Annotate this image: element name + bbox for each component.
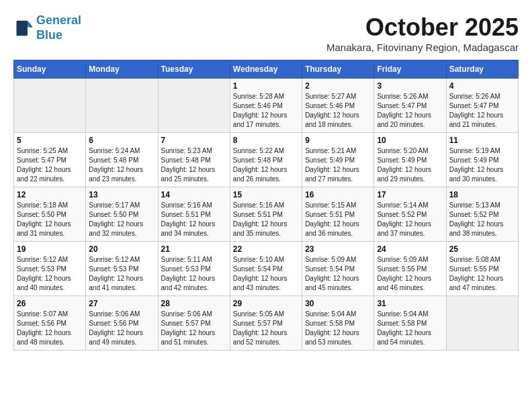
- day-info: Sunrise: 5:15 AM Sunset: 5:51 PM Dayligh…: [305, 201, 371, 238]
- day-number: 6: [89, 136, 154, 145]
- page-header: General Blue October 2025 Manakara, Fito…: [13, 13, 519, 53]
- day-info: Sunrise: 5:27 AM Sunset: 5:46 PM Dayligh…: [305, 92, 371, 130]
- day-info: Sunrise: 5:04 AM Sunset: 5:58 PM Dayligh…: [377, 310, 443, 347]
- calendar-cell: 4Sunrise: 5:26 AM Sunset: 5:47 PM Daylig…: [446, 79, 518, 133]
- calendar-cell: 29Sunrise: 5:05 AM Sunset: 5:57 PM Dayli…: [230, 296, 302, 351]
- calendar-cell: 11Sunrise: 5:19 AM Sunset: 5:49 PM Dayli…: [446, 133, 518, 187]
- calendar-cell: 8Sunrise: 5:22 AM Sunset: 5:48 PM Daylig…: [230, 133, 302, 187]
- calendar-cell: 19Sunrise: 5:12 AM Sunset: 5:53 PM Dayli…: [14, 242, 86, 296]
- calendar-cell: [158, 79, 230, 133]
- location: Manakara, Fitovinany Region, Madagascar: [326, 42, 519, 53]
- day-info: Sunrise: 5:26 AM Sunset: 5:47 PM Dayligh…: [449, 92, 515, 130]
- calendar-cell: 16Sunrise: 5:15 AM Sunset: 5:51 PM Dayli…: [302, 187, 374, 242]
- day-info: Sunrise: 5:21 AM Sunset: 5:49 PM Dayligh…: [305, 146, 371, 184]
- day-number: 12: [17, 190, 83, 199]
- calendar-cell: 21Sunrise: 5:11 AM Sunset: 5:53 PM Dayli…: [158, 242, 230, 296]
- day-info: Sunrise: 5:07 AM Sunset: 5:56 PM Dayligh…: [17, 310, 83, 347]
- logo-line1: General: [36, 13, 81, 27]
- calendar-cell: 15Sunrise: 5:16 AM Sunset: 5:51 PM Dayli…: [230, 187, 302, 242]
- day-info: Sunrise: 5:09 AM Sunset: 5:55 PM Dayligh…: [377, 255, 443, 293]
- day-number: 21: [161, 244, 227, 254]
- day-number: 28: [161, 299, 227, 308]
- day-info: Sunrise: 5:06 AM Sunset: 5:56 PM Dayligh…: [89, 310, 154, 347]
- day-number: 15: [233, 190, 299, 199]
- day-number: 2: [305, 81, 371, 91]
- logo-text: General Blue: [36, 13, 81, 42]
- day-info: Sunrise: 5:16 AM Sunset: 5:51 PM Dayligh…: [161, 201, 227, 238]
- day-number: 18: [449, 190, 515, 199]
- calendar-cell: 7Sunrise: 5:23 AM Sunset: 5:48 PM Daylig…: [158, 133, 230, 187]
- day-info: Sunrise: 5:22 AM Sunset: 5:48 PM Dayligh…: [233, 146, 299, 184]
- day-info: Sunrise: 5:05 AM Sunset: 5:57 PM Dayligh…: [233, 310, 299, 347]
- day-info: Sunrise: 5:24 AM Sunset: 5:48 PM Dayligh…: [89, 146, 154, 184]
- day-number: 9: [305, 136, 371, 145]
- calendar-cell: 18Sunrise: 5:13 AM Sunset: 5:52 PM Dayli…: [446, 187, 518, 242]
- day-info: Sunrise: 5:26 AM Sunset: 5:47 PM Dayligh…: [377, 92, 443, 130]
- day-number: 14: [161, 190, 227, 199]
- day-number: 11: [449, 136, 515, 145]
- calendar-cell: 28Sunrise: 5:06 AM Sunset: 5:57 PM Dayli…: [158, 296, 230, 351]
- day-info: Sunrise: 5:10 AM Sunset: 5:54 PM Dayligh…: [233, 255, 299, 293]
- day-number: 5: [17, 136, 83, 145]
- day-info: Sunrise: 5:11 AM Sunset: 5:53 PM Dayligh…: [161, 255, 227, 293]
- calendar-cell: 20Sunrise: 5:12 AM Sunset: 5:53 PM Dayli…: [86, 242, 158, 296]
- calendar-cell: 3Sunrise: 5:26 AM Sunset: 5:47 PM Daylig…: [374, 79, 446, 133]
- calendar-cell: 17Sunrise: 5:14 AM Sunset: 5:52 PM Dayli…: [374, 187, 446, 242]
- calendar-cell: 23Sunrise: 5:09 AM Sunset: 5:54 PM Dayli…: [302, 242, 374, 296]
- day-info: Sunrise: 5:13 AM Sunset: 5:52 PM Dayligh…: [449, 201, 515, 238]
- day-number: 31: [377, 299, 443, 308]
- week-row-5: 26Sunrise: 5:07 AM Sunset: 5:56 PM Dayli…: [14, 296, 519, 351]
- week-row-1: 1Sunrise: 5:28 AM Sunset: 5:46 PM Daylig…: [14, 79, 519, 133]
- calendar-cell: [86, 79, 158, 133]
- column-header-friday: Friday: [374, 60, 446, 79]
- calendar-cell: 2Sunrise: 5:27 AM Sunset: 5:46 PM Daylig…: [302, 79, 374, 133]
- day-number: 27: [89, 299, 154, 308]
- day-number: 23: [305, 244, 371, 254]
- column-header-monday: Monday: [86, 60, 158, 79]
- day-number: 17: [377, 190, 443, 199]
- column-header-tuesday: Tuesday: [158, 60, 230, 79]
- calendar-cell: 5Sunrise: 5:25 AM Sunset: 5:47 PM Daylig…: [14, 133, 86, 187]
- day-info: Sunrise: 5:19 AM Sunset: 5:49 PM Dayligh…: [449, 146, 515, 184]
- day-number: 4: [449, 81, 515, 91]
- svg-rect-2: [17, 20, 28, 36]
- day-number: 22: [233, 244, 299, 254]
- calendar-table: SundayMondayTuesdayWednesdayThursdayFrid…: [13, 60, 519, 351]
- logo-icon: [13, 18, 34, 38]
- day-number: 30: [305, 299, 371, 308]
- day-info: Sunrise: 5:17 AM Sunset: 5:50 PM Dayligh…: [89, 201, 154, 238]
- column-header-saturday: Saturday: [446, 60, 518, 79]
- month-title: October 2025: [326, 13, 519, 42]
- day-number: 7: [161, 136, 227, 145]
- calendar-cell: 9Sunrise: 5:21 AM Sunset: 5:49 PM Daylig…: [302, 133, 374, 187]
- day-info: Sunrise: 5:25 AM Sunset: 5:47 PM Dayligh…: [17, 146, 83, 184]
- day-number: 19: [17, 244, 83, 254]
- day-info: Sunrise: 5:04 AM Sunset: 5:58 PM Dayligh…: [305, 310, 371, 347]
- calendar-cell: [14, 79, 86, 133]
- day-info: Sunrise: 5:20 AM Sunset: 5:49 PM Dayligh…: [377, 146, 443, 184]
- day-number: 1: [233, 81, 299, 91]
- day-number: 24: [377, 244, 443, 254]
- day-info: Sunrise: 5:14 AM Sunset: 5:52 PM Dayligh…: [377, 201, 443, 238]
- calendar-cell: 10Sunrise: 5:20 AM Sunset: 5:49 PM Dayli…: [374, 133, 446, 187]
- day-info: Sunrise: 5:23 AM Sunset: 5:48 PM Dayligh…: [161, 146, 227, 184]
- day-info: Sunrise: 5:12 AM Sunset: 5:53 PM Dayligh…: [89, 255, 154, 293]
- header-row: SundayMondayTuesdayWednesdayThursdayFrid…: [14, 60, 519, 79]
- day-number: 16: [305, 190, 371, 199]
- calendar-cell: 31Sunrise: 5:04 AM Sunset: 5:58 PM Dayli…: [374, 296, 446, 351]
- week-row-4: 19Sunrise: 5:12 AM Sunset: 5:53 PM Dayli…: [14, 242, 519, 296]
- column-header-wednesday: Wednesday: [230, 60, 302, 79]
- day-info: Sunrise: 5:16 AM Sunset: 5:51 PM Dayligh…: [233, 201, 299, 238]
- column-header-thursday: Thursday: [302, 60, 374, 79]
- day-number: 3: [377, 81, 443, 91]
- calendar-cell: 13Sunrise: 5:17 AM Sunset: 5:50 PM Dayli…: [86, 187, 158, 242]
- calendar-cell: 27Sunrise: 5:06 AM Sunset: 5:56 PM Dayli…: [86, 296, 158, 351]
- calendar-cell: [446, 296, 518, 351]
- calendar-cell: 14Sunrise: 5:16 AM Sunset: 5:51 PM Dayli…: [158, 187, 230, 242]
- day-number: 25: [449, 244, 515, 254]
- day-number: 29: [233, 299, 299, 308]
- day-info: Sunrise: 5:28 AM Sunset: 5:46 PM Dayligh…: [233, 92, 299, 130]
- day-info: Sunrise: 5:09 AM Sunset: 5:54 PM Dayligh…: [305, 255, 371, 293]
- day-info: Sunrise: 5:18 AM Sunset: 5:50 PM Dayligh…: [17, 201, 83, 238]
- day-number: 26: [17, 299, 83, 308]
